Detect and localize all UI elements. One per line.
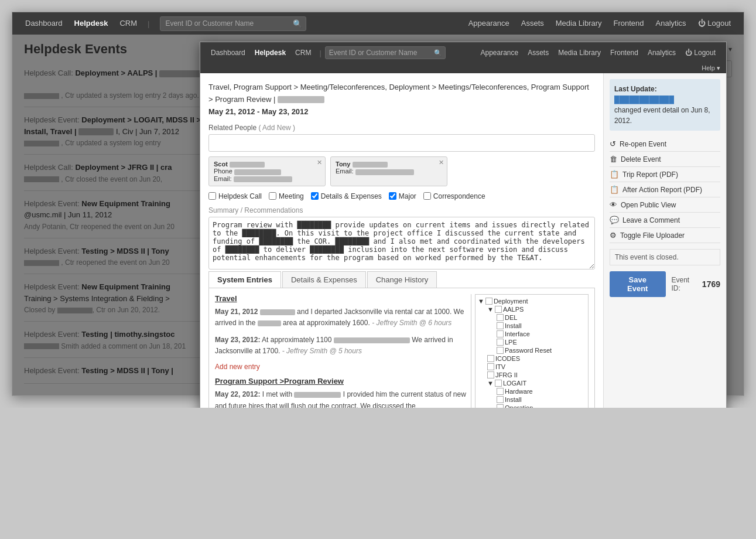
tree-item-operation[interactable]: Operation (497, 404, 586, 408)
tab-change-history[interactable]: Change History (367, 271, 437, 288)
related-people-label: Related People ( Add New ) (208, 124, 595, 132)
event-id-value: 1769 (702, 279, 720, 289)
add-new-entry-link[interactable]: Add new entry (215, 363, 467, 371)
tree-item-deployment[interactable]: ▼ Deployment (478, 297, 586, 305)
checkbox-meeting[interactable]: Meeting (269, 192, 304, 200)
tree-item-itv[interactable]: ITV (487, 363, 586, 371)
nav-dashboard[interactable]: Dashboard (19, 12, 69, 35)
modal-nav-dashboard[interactable]: Dashboard (206, 42, 250, 63)
modal-body: Travel, Program Support > Meeting/Teleco… (200, 73, 726, 408)
nav-assets[interactable]: Assets (515, 12, 550, 35)
people-cards: ✕ Scot Phone Email: ✕ Tony Email: (208, 156, 595, 186)
modal-right-sidebar: Last Update: ████████████ changed event … (603, 73, 726, 408)
nav-helpdesk[interactable]: Helpdesk (69, 12, 114, 35)
tab-details-expenses[interactable]: Details & Expenses (282, 271, 366, 288)
tree-checkbox-aalps[interactable] (495, 306, 502, 313)
program-support-entry: May 22, 2012: I met with I provided him … (215, 389, 467, 408)
action-after-action[interactable]: 📋After Action Report (PDF) (610, 182, 720, 197)
modal-nav-crm[interactable]: CRM (290, 42, 316, 63)
modal-search-icon[interactable]: 🔍 (431, 47, 445, 59)
top-search-input[interactable] (160, 17, 289, 30)
modal-nav-media[interactable]: Media Library (553, 42, 606, 63)
tree-item-del[interactable]: DEL (497, 313, 586, 322)
tab-left: Travel May 21, 2012 and I departed Jacks… (215, 294, 471, 408)
modal-window: Dashboard Helpdesk CRM | 🔍 Appearance As… (200, 42, 727, 408)
summary-textarea[interactable]: Program review with ████████ provide upd… (208, 217, 595, 270)
tree-item-password-reset[interactable]: Password Reset (497, 346, 586, 354)
trip-report-icon: 📋 (610, 170, 619, 179)
action-reopen[interactable]: ↺Re-open Event (610, 137, 720, 152)
tree-item-interface[interactable]: Interface (497, 330, 586, 338)
top-nav: Dashboard Helpdesk CRM | 🔍 Appearance As… (12, 12, 744, 35)
modal-help[interactable]: Help ▾ (200, 63, 726, 73)
after-action-icon: 📋 (610, 185, 619, 194)
nav-frontend[interactable]: Frontend (608, 12, 650, 35)
category-tree[interactable]: ▼ Deployment ▼ AALPS DEL (475, 294, 589, 408)
program-support-title: Program Support >Program Review (215, 377, 467, 386)
uploader-icon: ⚙ (610, 231, 617, 240)
modal-nav-logout[interactable]: ⏻ Logout (680, 42, 720, 63)
tree-container: ▼ Deployment ▼ AALPS DEL (471, 294, 589, 408)
outer-window: Dashboard Helpdesk CRM | 🔍 Appearance As… (12, 12, 744, 396)
travel-entry-2: May 23, 2012: At approximately 1100 We a… (215, 335, 467, 357)
travel-entry-1: May 21, 2012 and I departed Jacksonville… (215, 306, 467, 329)
tree-item-aalps[interactable]: ▼ AALPS (487, 305, 586, 313)
summary-label: Summary / Recommendations (208, 206, 595, 214)
tree-item-jfrg[interactable]: JFRG II (487, 371, 586, 379)
tree-item-icodes[interactable]: ICODES (487, 354, 586, 363)
action-trip-report[interactable]: 📋Trip Report (PDF) (610, 167, 720, 182)
modal-nav-appearance[interactable]: Appearance (476, 42, 523, 63)
checkbox-correspondence[interactable]: Correspondence (423, 192, 485, 200)
nav-analytics[interactable]: Analytics (650, 12, 692, 35)
action-public-view[interactable]: 👁Open Public View (610, 197, 720, 213)
save-event-button[interactable]: Save Event (610, 271, 666, 297)
modal-main: Travel, Program Support > Meeting/Teleco… (200, 73, 603, 408)
tree-item-install[interactable]: Install (497, 322, 586, 330)
delete-icon: 🗑 (610, 155, 617, 163)
person-card-2: ✕ Tony Email: (330, 156, 447, 186)
modal-nav-helpdesk[interactable]: Helpdesk (250, 42, 290, 63)
modal-nav: Dashboard Helpdesk CRM | 🔍 Appearance As… (200, 42, 726, 63)
top-search-box: 🔍 (160, 16, 306, 31)
tree-item-install2[interactable]: Install (497, 395, 586, 404)
checkbox-helpdesk-call[interactable]: Helpdesk Call (208, 192, 262, 200)
nav-right: Appearance Assets Media Library Frontend… (463, 12, 737, 35)
modal-nav-analytics[interactable]: Analytics (643, 42, 680, 63)
tree-item-hardware[interactable]: Hardware (497, 387, 586, 395)
person-card-1: ✕ Scot Phone Email: (208, 156, 326, 186)
tree-item-lpe[interactable]: LPE (497, 338, 586, 346)
comment-icon: 💬 (610, 216, 619, 224)
modal-nav-assets[interactable]: Assets (523, 42, 553, 63)
nav-crm[interactable]: CRM (114, 12, 143, 35)
checkbox-details-expenses[interactable]: Details & Expenses (311, 192, 382, 200)
nav-logout[interactable]: ⏻ Logout (692, 12, 737, 35)
event-id-label: Event ID: (672, 276, 696, 292)
action-comment[interactable]: 💬Leave a Comment (610, 213, 720, 228)
modal-nav-frontend[interactable]: Frontend (606, 42, 643, 63)
modal-nav-right: Appearance Assets Media Library Frontend… (476, 42, 720, 63)
reopen-icon: ↺ (610, 139, 616, 148)
search-icon[interactable]: 🔍 (289, 17, 306, 30)
action-uploader[interactable]: ⚙Toggle File Uploader (610, 228, 720, 243)
person-card-2-close[interactable]: ✕ (439, 159, 444, 166)
last-update-box: Last Update: ████████████ changed event … (610, 79, 720, 131)
event-breadcrumb: Travel, Program Support > Meeting/Teleco… (208, 81, 595, 118)
checkbox-major[interactable]: Major (389, 192, 416, 200)
modal-search-box: 🔍 (325, 46, 446, 59)
tree-item-logait[interactable]: ▼ LOGAIT (487, 379, 586, 387)
action-delete[interactable]: 🗑Delete Event (610, 152, 720, 167)
modal-search-input[interactable] (326, 47, 431, 59)
save-row: Save Event Event ID: 1769 (610, 271, 720, 297)
action-list: ↺Re-open Event 🗑Delete Event 📋Trip Repor… (610, 137, 720, 243)
public-view-icon: 👁 (610, 200, 617, 209)
tree-checkbox-deployment[interactable] (485, 298, 492, 305)
nav-media-library[interactable]: Media Library (550, 12, 608, 35)
last-update-text: changed event detail on Jun 8, 2012. (614, 106, 710, 125)
related-people-input[interactable] (208, 134, 595, 152)
tab-content-inner: Travel May 21, 2012 and I departed Jacks… (215, 294, 589, 408)
person-card-1-close[interactable]: ✕ (317, 159, 322, 166)
modal-tabs: System Entries Details & Expenses Change… (208, 271, 595, 288)
date-range: May 21, 2012 - May 23, 2012 (208, 107, 309, 116)
tab-system-entries[interactable]: System Entries (208, 271, 281, 288)
nav-appearance[interactable]: Appearance (463, 12, 515, 35)
